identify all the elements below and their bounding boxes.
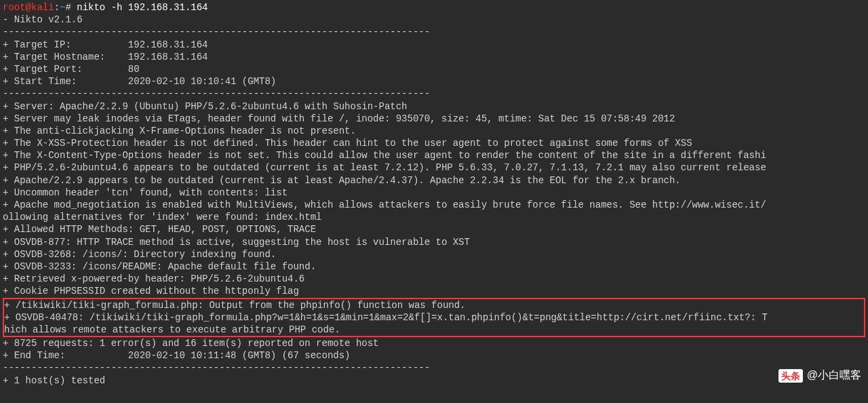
prompt-line[interactable]: root@kali:~# nikto -h 192.168.31.164 bbox=[3, 1, 865, 14]
command-text: nikto -h 192.168.31.164 bbox=[77, 2, 208, 13]
finding-line: + The X-Content-Type-Options header is n… bbox=[3, 149, 865, 161]
nikto-version: - Nikto v2.1.6 bbox=[3, 14, 865, 26]
finding-line: + The anti-clickjacking X-Frame-Options … bbox=[3, 125, 865, 137]
finding-line: + OSVDB-3233: /icons/README: Apache defa… bbox=[3, 261, 865, 273]
highlighted-line: + OSVDB-40478: /tikiwiki/tiki-graph_form… bbox=[4, 311, 864, 324]
finding-line: + Server: Apache/2.2.9 (Ubuntu) PHP/5.2.… bbox=[3, 100, 865, 113]
highlighted-findings-box: + /tikiwiki/tiki-graph_formula.php: Outp… bbox=[3, 298, 865, 338]
divider: ----------------------------------------… bbox=[3, 362, 865, 374]
start-time: + Start Time: 2020-02-10 10:10:41 (GMT8) bbox=[3, 75, 865, 88]
finding-line: + Apache mod_negotiation is enabled with… bbox=[3, 199, 865, 211]
target-port: + Target Port: 80 bbox=[3, 63, 865, 75]
end-time: + End Time: 2020-02-10 10:11:48 (GMT8) (… bbox=[3, 349, 865, 362]
finding-line: + Cookie PHPSESSID created without the h… bbox=[3, 285, 865, 297]
highlighted-line: + /tikiwiki/tiki-graph_formula.php: Outp… bbox=[4, 299, 864, 311]
finding-line: ollowing alternatives for 'index' were f… bbox=[3, 211, 865, 223]
prompt-user: root@kali bbox=[3, 2, 54, 13]
finding-line: + Retrieved x-powered-by header: PHP/5.2… bbox=[3, 273, 865, 285]
target-hostname: + Target Hostname: 192.168.31.164 bbox=[3, 51, 865, 63]
finding-line: + Apache/2.2.9 appears to be outdated (c… bbox=[3, 174, 865, 187]
watermark-logo: 头条 bbox=[778, 369, 803, 383]
finding-line: + OSVDB-3268: /icons/: Directory indexin… bbox=[3, 248, 865, 261]
finding-line: + Allowed HTTP Methods: GET, HEAD, POST,… bbox=[3, 223, 865, 235]
prompt-sep1: : bbox=[54, 2, 60, 13]
finding-line: + Uncommon header 'tcn' found, with cont… bbox=[3, 187, 865, 199]
divider: ----------------------------------------… bbox=[3, 26, 865, 38]
hosts-tested: + 1 host(s) tested bbox=[3, 375, 865, 387]
prompt-sep2: # bbox=[65, 2, 77, 13]
finding-line: + OSVDB-877: HTTP TRACE method is active… bbox=[3, 236, 865, 248]
target-ip: + Target IP: 192.168.31.164 bbox=[3, 39, 865, 51]
summary-requests: + 8725 requests: 1 error(s) and 16 item(… bbox=[3, 337, 865, 349]
highlighted-line: hich allows remote attackers to execute … bbox=[4, 324, 864, 336]
divider: ----------------------------------------… bbox=[3, 88, 865, 100]
finding-line: + PHP/5.2.6-2ubuntu4.6 appears to be out… bbox=[3, 161, 865, 174]
terminal-output: root@kali:~# nikto -h 192.168.31.164 - N… bbox=[0, 0, 868, 388]
finding-line: + The X-XSS-Protection header is not def… bbox=[3, 137, 865, 149]
watermark: 头条 @小白嘿客 bbox=[778, 368, 861, 383]
watermark-text: @小白嘿客 bbox=[807, 368, 861, 383]
finding-line: + Server may leak inodes via ETags, head… bbox=[3, 113, 865, 125]
